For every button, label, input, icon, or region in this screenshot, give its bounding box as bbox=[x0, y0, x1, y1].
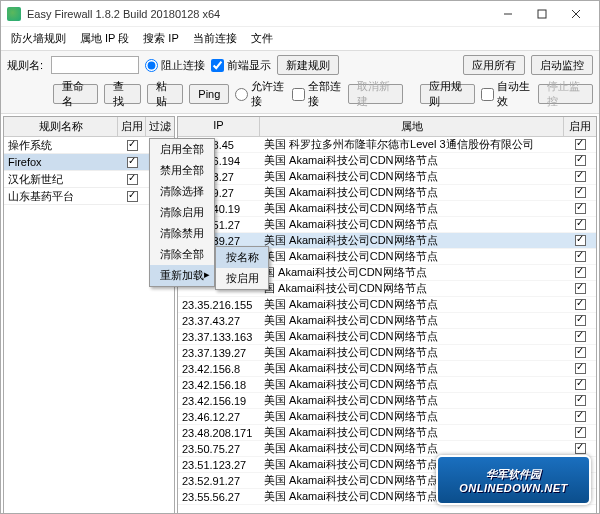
enable-checkbox[interactable] bbox=[575, 283, 586, 294]
enable-checkbox[interactable] bbox=[575, 395, 586, 406]
enable-checkbox[interactable] bbox=[575, 315, 586, 326]
check-auto-effect[interactable]: 自动生效 bbox=[481, 79, 532, 109]
ctx-sub-item[interactable]: 按名称 bbox=[216, 247, 268, 268]
ip-row[interactable]: 23.5.251.27 美国 Akamai科技公司CDN网络节点 bbox=[178, 217, 596, 233]
ip-row[interactable]: 23.35.216.155 美国 Akamai科技公司CDN网络节点 bbox=[178, 297, 596, 313]
check-frontend[interactable]: 前端显示 bbox=[211, 58, 271, 73]
location-cell: 美国 Akamai科技公司CDN网络节点 bbox=[260, 249, 564, 264]
enable-checkbox[interactable] bbox=[575, 363, 586, 374]
paste-button[interactable]: 粘贴 bbox=[147, 84, 184, 104]
rule-name-input[interactable] bbox=[51, 56, 139, 74]
location-cell: 美国 Akamai科技公司CDN网络节点 bbox=[260, 297, 564, 312]
location-cell: 美国 Akamai科技公司CDN网络节点 bbox=[260, 169, 564, 184]
location-cell: 国 Akamai科技公司CDN网络节点 bbox=[260, 265, 564, 280]
location-cell: 美国 Akamai科技公司CDN网络节点 bbox=[260, 393, 564, 408]
ctx-item[interactable]: 清除启用 bbox=[150, 202, 214, 223]
cancel-new-button[interactable]: 取消新建 bbox=[348, 84, 403, 104]
location-cell: 美国 Akamai科技公司CDN网络节点 bbox=[260, 425, 564, 440]
radio-allow[interactable]: 允许连接 bbox=[235, 79, 286, 109]
ip-row[interactable]: 23.37.43.27 美国 Akamai科技公司CDN网络节点 bbox=[178, 313, 596, 329]
context-menu[interactable]: 启用全部禁用全部清除选择清除启用清除禁用清除全部重新加载 bbox=[149, 138, 215, 287]
ip-row[interactable]: 23.3.96.194 美国 Akamai科技公司CDN网络节点 bbox=[178, 153, 596, 169]
enable-checkbox[interactable] bbox=[575, 299, 586, 310]
right-col-loc[interactable]: 属地 bbox=[260, 117, 564, 136]
enable-checkbox[interactable] bbox=[575, 427, 586, 438]
enable-checkbox[interactable] bbox=[127, 191, 138, 202]
ip-cell: 23.50.75.27 bbox=[178, 443, 260, 455]
ip-row[interactable]: 23.4.240.19 美国 Akamai科技公司CDN网络节点 bbox=[178, 201, 596, 217]
start-monitor-button[interactable]: 启动监控 bbox=[531, 55, 593, 75]
radio-block[interactable]: 阻止连接 bbox=[145, 58, 205, 73]
close-button[interactable] bbox=[559, 3, 593, 25]
app-icon bbox=[7, 7, 21, 21]
menu-search-ip[interactable]: 搜索 IP bbox=[139, 29, 182, 48]
context-submenu[interactable]: 按名称按启用 bbox=[215, 246, 269, 290]
new-rule-button[interactable]: 新建规则 bbox=[277, 55, 339, 75]
enable-checkbox[interactable] bbox=[575, 331, 586, 342]
check-all-conn[interactable]: 全部连接 bbox=[292, 79, 343, 109]
minimize-button[interactable] bbox=[491, 3, 525, 25]
logo-line1: 华军软件园 bbox=[486, 467, 541, 482]
titlebar: Easy Firewall 1.8.2 Build 20180128 x64 bbox=[1, 1, 599, 27]
enable-checkbox[interactable] bbox=[575, 251, 586, 262]
apply-rule-button[interactable]: 应用规则 bbox=[420, 84, 475, 104]
right-col-ip[interactable]: IP bbox=[178, 117, 260, 136]
enable-checkbox[interactable] bbox=[575, 235, 586, 246]
left-col-enable[interactable]: 启用 bbox=[118, 117, 146, 136]
ctx-item[interactable]: 启用全部 bbox=[150, 139, 214, 160]
ip-row[interactable]: 23.37.139.27 美国 Akamai科技公司CDN网络节点 bbox=[178, 345, 596, 361]
location-cell: 美国 Akamai科技公司CDN网络节点 bbox=[260, 233, 564, 248]
rule-name-label: 规则名: bbox=[7, 58, 43, 73]
location-cell: 美国 Akamai科技公司CDN网络节点 bbox=[260, 185, 564, 200]
svg-rect-1 bbox=[538, 10, 546, 18]
menu-firewall-rules[interactable]: 防火墙规则 bbox=[7, 29, 70, 48]
apply-all-button[interactable]: 应用所有 bbox=[463, 55, 525, 75]
enable-checkbox[interactable] bbox=[127, 174, 138, 185]
enable-checkbox[interactable] bbox=[575, 379, 586, 390]
maximize-button[interactable] bbox=[525, 3, 559, 25]
enable-checkbox[interactable] bbox=[575, 347, 586, 358]
menu-ip-segment[interactable]: 属地 IP 段 bbox=[76, 29, 133, 48]
ping-button[interactable]: Ping bbox=[189, 84, 229, 104]
right-col-enable[interactable]: 启用 bbox=[564, 117, 596, 136]
ctx-item[interactable]: 清除选择 bbox=[150, 181, 214, 202]
ip-cell: 23.46.12.27 bbox=[178, 411, 260, 423]
ip-row[interactable]: 23.42.156.19 美国 Akamai科技公司CDN网络节点 bbox=[178, 393, 596, 409]
ip-row[interactable]: 23.4.59.27 美国 Akamai科技公司CDN网络节点 bbox=[178, 185, 596, 201]
ip-row[interactable]: 23.42.156.18 美国 Akamai科技公司CDN网络节点 bbox=[178, 377, 596, 393]
ip-row[interactable]: 23.48.208.171 美国 Akamai科技公司CDN网络节点 bbox=[178, 425, 596, 441]
enable-checkbox[interactable] bbox=[575, 187, 586, 198]
stop-monitor-button[interactable]: 停止监控 bbox=[538, 84, 593, 104]
ip-row[interactable]: 23.37.133.163 美国 Akamai科技公司CDN网络节点 bbox=[178, 329, 596, 345]
ctx-sub-item[interactable]: 按启用 bbox=[216, 268, 268, 289]
ip-cell: 23.52.91.27 bbox=[178, 475, 260, 487]
enable-checkbox[interactable] bbox=[575, 411, 586, 422]
left-col-name[interactable]: 规则名称 bbox=[4, 117, 118, 136]
enable-checkbox[interactable] bbox=[127, 140, 138, 151]
menu-file[interactable]: 文件 bbox=[247, 29, 277, 48]
enable-checkbox[interactable] bbox=[575, 219, 586, 230]
enable-checkbox[interactable] bbox=[575, 171, 586, 182]
ip-row[interactable]: 23.42.156.8 美国 Akamai科技公司CDN网络节点 bbox=[178, 361, 596, 377]
rename-button[interactable]: 重命名 bbox=[53, 84, 99, 104]
ip-row[interactable]: 23.46.12.27 美国 Akamai科技公司CDN网络节点 bbox=[178, 409, 596, 425]
left-col-filter[interactable]: 过滤 bbox=[146, 117, 174, 136]
enable-checkbox[interactable] bbox=[575, 443, 586, 454]
location-cell: 美国 Akamai科技公司CDN网络节点 bbox=[260, 345, 564, 360]
menu-current-conn[interactable]: 当前连接 bbox=[189, 29, 241, 48]
enable-checkbox[interactable] bbox=[575, 267, 586, 278]
enable-checkbox[interactable] bbox=[127, 157, 138, 168]
enable-checkbox[interactable] bbox=[575, 139, 586, 150]
ip-row[interactable]: 8.7.198.45 美国 科罗拉多州布隆菲尔德市Level 3通信股份有限公司 bbox=[178, 137, 596, 153]
ctx-item[interactable]: 重新加载 bbox=[150, 265, 214, 286]
enable-checkbox[interactable] bbox=[575, 155, 586, 166]
ctx-item[interactable]: 清除全部 bbox=[150, 244, 214, 265]
find-button[interactable]: 查找 bbox=[104, 84, 141, 104]
location-cell: 美国 Akamai科技公司CDN网络节点 bbox=[260, 217, 564, 232]
ctx-item[interactable]: 清除禁用 bbox=[150, 223, 214, 244]
ip-row[interactable]: 23.4.43.27 美国 Akamai科技公司CDN网络节点 bbox=[178, 169, 596, 185]
enable-checkbox[interactable] bbox=[575, 203, 586, 214]
ip-cell: 23.55.56.27 bbox=[178, 491, 260, 503]
location-cell: 美国 Akamai科技公司CDN网络节点 bbox=[260, 377, 564, 392]
ctx-item[interactable]: 禁用全部 bbox=[150, 160, 214, 181]
